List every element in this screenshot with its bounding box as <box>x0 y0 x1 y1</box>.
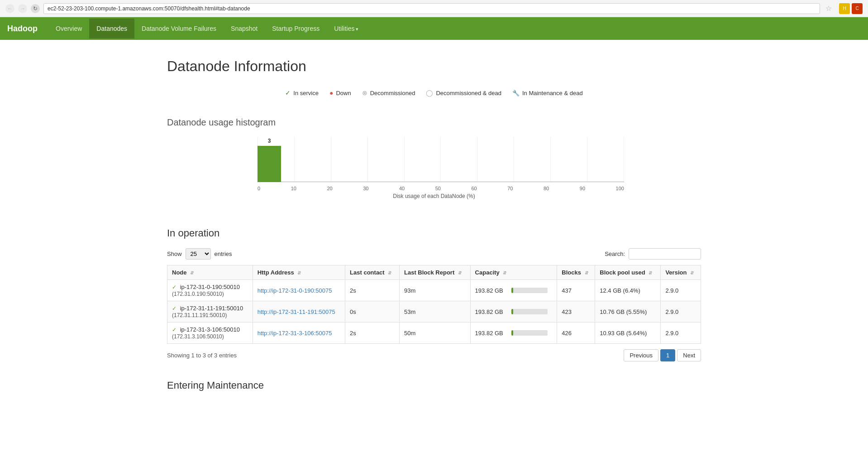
version-cell: 2.9.0 <box>661 301 701 323</box>
col-last-block-report: Last Block Report ⇵ <box>399 265 470 280</box>
capacity-cell: 193.82 GB <box>470 280 557 301</box>
page-title: Datanode Information <box>167 58 701 75</box>
sort-icon-http[interactable]: ⇵ <box>297 270 301 275</box>
table-header: Node ⇵ Http Address ⇵ Last contact ⇵ Las… <box>167 265 701 280</box>
nav-link-volume-failures[interactable]: Datanode Volume Failures <box>134 19 224 39</box>
legend-in-service: ✓ In service <box>285 89 319 96</box>
histogram-bar: 3 <box>258 146 281 182</box>
nav-link-overview[interactable]: Overview <box>48 19 89 39</box>
node-cell: ✓ ip-172-31-3-106:50010 (172.31.3.106:50… <box>167 323 253 344</box>
next-button[interactable]: Next <box>677 349 701 361</box>
browser-chrome: ← → ↻ ☆ H C <box>0 0 868 17</box>
node-cell: ✓ ip-172-31-0-190:50010 (172.31.0.190:50… <box>167 280 253 301</box>
x-tick-10: 10 <box>291 186 296 191</box>
col-block-pool-used: Block pool used ⇵ <box>595 265 661 280</box>
in-operation-section: In operation Show 25 10 50 100 entries S… <box>167 227 701 361</box>
sort-icon-last-contact[interactable]: ⇵ <box>388 270 391 275</box>
http-address-link[interactable]: http://ip-172-31-3-106:50075 <box>258 330 332 337</box>
check-icon: ✓ <box>285 89 291 96</box>
http-address-cell: http://ip-172-31-11-191:50075 <box>253 301 345 323</box>
legend-maintenance-dead: 🔧 In Maintenance & dead <box>512 90 583 96</box>
node-name: ip-172-31-0-190:50010 <box>180 284 240 290</box>
table-row: ✓ ip-172-31-0-190:50010 (172.31.0.190:50… <box>167 280 701 301</box>
version-cell: 2.9.0 <box>661 323 701 344</box>
block-pool-used-cell: 10.76 GB (5.55%) <box>595 301 661 323</box>
url-bar[interactable] <box>43 3 820 14</box>
main-content: Datanode Information ✓ In service ● Down… <box>140 40 728 409</box>
show-entries: Show 25 10 50 100 entries <box>167 248 232 260</box>
entering-maintenance-section: Entering Maintenance <box>167 380 701 391</box>
legend-down: ● Down <box>329 89 351 96</box>
col-node: Node ⇵ <box>167 265 253 280</box>
node-ip: (172.31.11.191:50010) <box>172 312 227 318</box>
capacity-bar-fill <box>511 288 514 293</box>
circle-icon: ● <box>329 89 333 96</box>
search-box: Search: <box>605 248 701 260</box>
last-contact-cell: 0s <box>345 301 400 323</box>
sort-icon-version[interactable]: ⇵ <box>690 270 694 275</box>
forward-button[interactable]: → <box>18 4 27 13</box>
sort-icon-block-pool-used[interactable]: ⇵ <box>649 270 652 275</box>
capacity-bar-fill <box>511 330 514 336</box>
sort-icon-last-block-report[interactable]: ⇵ <box>458 270 462 275</box>
block-pool-used-cell: 12.4 GB (6.4%) <box>595 280 661 301</box>
legend-decommissioned-label: Decommissioned <box>370 90 415 96</box>
entries-select[interactable]: 25 10 50 100 <box>186 248 211 260</box>
node-check-icon: ✓ <box>172 284 176 290</box>
histogram-section: Datanode usage histogram 3 <box>167 113 701 209</box>
legend-decommissioned-dead-label: Decommissioned & dead <box>436 90 501 96</box>
node-ip: (172.31.0.190:50010) <box>172 291 224 297</box>
col-http: Http Address ⇵ <box>253 265 345 280</box>
http-address-link[interactable]: http://ip-172-31-0-190:50075 <box>258 287 332 294</box>
previous-button[interactable]: Previous <box>624 349 658 361</box>
entering-maintenance-title: Entering Maintenance <box>167 380 701 391</box>
last-contact-cell: 2s <box>345 280 400 301</box>
blocks-cell: 437 <box>557 280 595 301</box>
last-block-report-cell: 50m <box>399 323 470 344</box>
sort-icon-capacity[interactable]: ⇵ <box>503 270 506 275</box>
http-address-cell: http://ip-172-31-3-106:50075 <box>253 323 345 344</box>
histogram-x-label: Disk usage of each DataNode (%) <box>239 193 629 199</box>
capacity-value: 193.82 GB <box>475 287 508 294</box>
x-tick-60: 60 <box>471 186 477 191</box>
page-1-button[interactable]: 1 <box>660 349 675 361</box>
capacity-value: 193.82 GB <box>475 308 508 315</box>
node-ip: (172.31.3.106:50010) <box>172 333 224 340</box>
blocks-cell: 423 <box>557 301 595 323</box>
back-button[interactable]: ← <box>5 4 14 13</box>
x-tick-70: 70 <box>507 186 513 191</box>
sort-icon-blocks[interactable]: ⇵ <box>585 270 588 275</box>
capacity-cell: 193.82 GB <box>470 323 557 344</box>
sort-icon-node[interactable]: ⇵ <box>190 270 194 275</box>
capacity-bar-fill <box>511 309 514 314</box>
table-row: ✓ ip-172-31-3-106:50010 (172.31.3.106:50… <box>167 323 701 344</box>
nav-link-snapshot[interactable]: Snapshot <box>224 19 265 39</box>
x-tick-30: 30 <box>363 186 368 191</box>
capacity-bar-wrap <box>511 309 548 314</box>
refresh-button[interactable]: ↻ <box>31 4 40 13</box>
navbar-brand[interactable]: Hadoop <box>7 24 38 34</box>
entries-label: entries <box>215 250 232 257</box>
nav-link-startup-progress[interactable]: Startup Progress <box>265 19 327 39</box>
showing-text: Showing 1 to 3 of 3 entries <box>167 352 237 359</box>
node-name: ip-172-31-11-191:50010 <box>180 305 243 312</box>
extension-icon-1: H <box>839 3 850 14</box>
search-input[interactable] <box>629 248 701 260</box>
http-address-link[interactable]: http://ip-172-31-11-191:50075 <box>258 308 335 315</box>
capacity-bar-wrap <box>511 330 548 336</box>
table-controls: Show 25 10 50 100 entries Search: <box>167 248 701 260</box>
last-block-report-cell: 53m <box>399 301 470 323</box>
ban-icon: ⊗ <box>362 89 367 96</box>
last-block-report-cell: 93m <box>399 280 470 301</box>
table-body: ✓ ip-172-31-0-190:50010 (172.31.0.190:50… <box>167 280 701 344</box>
bookmark-icon[interactable]: ☆ <box>825 4 832 13</box>
nav-link-datanodes[interactable]: Datanodes <box>89 19 134 39</box>
nav-link-utilities[interactable]: Utilities <box>327 19 366 39</box>
pagination: Previous 1 Next <box>624 349 701 361</box>
node-name: ip-172-31-3-106:50010 <box>180 326 240 333</box>
legend: ✓ In service ● Down ⊗ Decommissioned ◯ D… <box>167 89 701 96</box>
histogram-title: Datanode usage histogram <box>167 117 701 128</box>
histogram-bar-value: 3 <box>268 138 271 144</box>
in-operation-title: In operation <box>167 227 701 239</box>
x-tick-20: 20 <box>327 186 332 191</box>
